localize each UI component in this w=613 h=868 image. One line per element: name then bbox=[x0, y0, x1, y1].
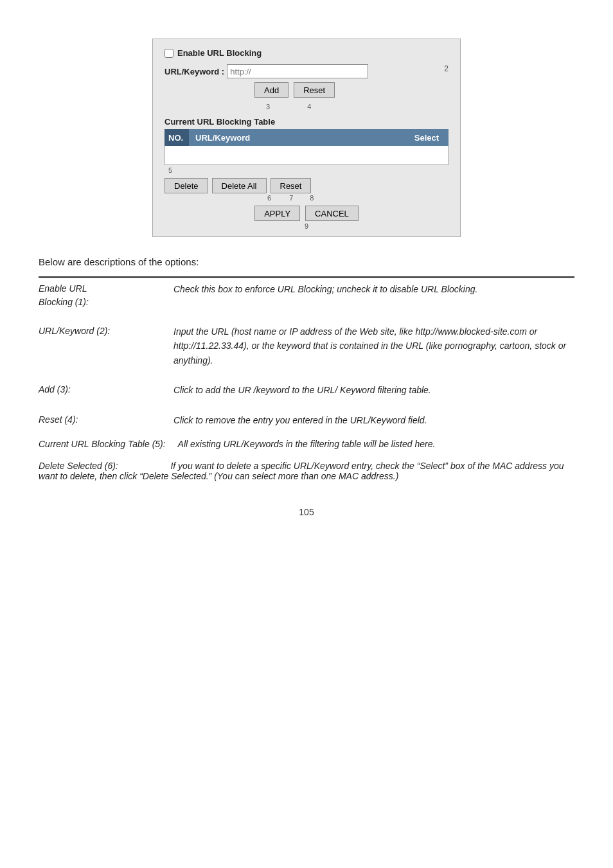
num8-badge: 8 bbox=[310, 194, 314, 202]
desc-term-2: Add (3): bbox=[39, 383, 173, 397]
reset-table-button[interactable]: Reset bbox=[271, 178, 312, 193]
num3-badge: 3 bbox=[266, 103, 270, 111]
url-blocking-panel: Enable URL Blocking URL/Keyword : 2 Add … bbox=[152, 39, 461, 237]
enable-checkbox[interactable] bbox=[164, 49, 173, 58]
desc-row-2: Add (3): Click to add the UR /keyword to… bbox=[39, 379, 574, 397]
num4-badge: 4 bbox=[307, 103, 311, 111]
col-url-label: URL/Keyword bbox=[195, 133, 250, 143]
desc-def-1: Input the URL (host name or IP address o… bbox=[173, 324, 574, 368]
desc-def-3: Click to remove the entry you entered in… bbox=[173, 413, 574, 427]
desc-wide-row-1: Delete Selected (6): If you want to dele… bbox=[39, 461, 574, 481]
url-input[interactable] bbox=[227, 64, 368, 78]
delete-button[interactable]: Delete bbox=[164, 178, 208, 193]
desc-row-0: Enable URL Blocking (1): Check this box … bbox=[39, 278, 574, 309]
apply-cancel-row: APPLY CANCEL bbox=[164, 206, 449, 221]
enable-row: Enable URL Blocking bbox=[164, 48, 449, 58]
desc-row-3: Reset (4): Click to remove the entry you… bbox=[39, 409, 574, 427]
url-input-row: URL/Keyword : 2 bbox=[164, 64, 449, 78]
del-nums: 6 7 8 bbox=[164, 194, 449, 202]
table-title: Current URL Blocking Table bbox=[164, 117, 449, 127]
th-num: NO. bbox=[164, 129, 189, 146]
th-url: URL/Keyword bbox=[189, 133, 405, 143]
table-body bbox=[164, 146, 449, 165]
th-select: Select bbox=[405, 133, 449, 143]
num34-row: 3 4 bbox=[164, 103, 449, 111]
url-label: URL/Keyword : bbox=[164, 67, 224, 76]
num7-badge: 7 bbox=[289, 194, 293, 202]
desc-term-0: Enable URL Blocking (1): bbox=[39, 282, 173, 309]
delete-all-button[interactable]: Delete All bbox=[212, 178, 267, 193]
desc-wide-def-0: All existing URL/Keywords in the filteri… bbox=[178, 439, 436, 449]
desc-row-1: URL/Keyword (2): Input the URL (host nam… bbox=[39, 321, 574, 368]
desc-section: Below are descriptions of the options: E… bbox=[39, 256, 574, 481]
col-select-label: Select bbox=[414, 133, 439, 143]
num6-badge: 6 bbox=[267, 194, 271, 202]
page-number: 105 bbox=[39, 507, 574, 517]
desc-wide-term-1: Delete Selected (6): bbox=[39, 461, 118, 471]
desc-table: Enable URL Blocking (1): Check this box … bbox=[39, 277, 574, 481]
desc-wide-row-0: Current URL Blocking Table (5): All exis… bbox=[39, 439, 574, 449]
reset-top-button[interactable]: Reset bbox=[294, 82, 335, 98]
col-no-label: NO. bbox=[168, 133, 183, 143]
apply-button[interactable]: APPLY bbox=[254, 206, 300, 221]
num2-badge: 2 bbox=[444, 64, 449, 73]
delete-row: Delete Delete All Reset bbox=[164, 178, 449, 193]
desc-term-1: URL/Keyword (2): bbox=[39, 324, 173, 368]
cancel-button[interactable]: CANCEL bbox=[305, 206, 359, 221]
desc-def-0: Check this box to enforce URL Blocking; … bbox=[173, 282, 574, 309]
enable-text: Enable URL Blocking bbox=[177, 48, 262, 58]
desc-wide-term-0: Current URL Blocking Table (5): bbox=[39, 439, 166, 449]
table-header: NO. URL/Keyword Select bbox=[164, 129, 449, 146]
num9-badge: 9 bbox=[164, 222, 449, 230]
desc-term-3: Reset (4): bbox=[39, 413, 173, 427]
desc-def-2: Click to add the UR /keyword to the URL/… bbox=[173, 383, 574, 397]
add-button[interactable]: Add bbox=[254, 82, 289, 98]
desc-heading: Below are descriptions of the options: bbox=[39, 256, 574, 267]
add-reset-row: Add Reset bbox=[164, 82, 449, 98]
num5-badge: 5 bbox=[168, 166, 449, 174]
enable-label[interactable]: Enable URL Blocking bbox=[164, 48, 449, 58]
